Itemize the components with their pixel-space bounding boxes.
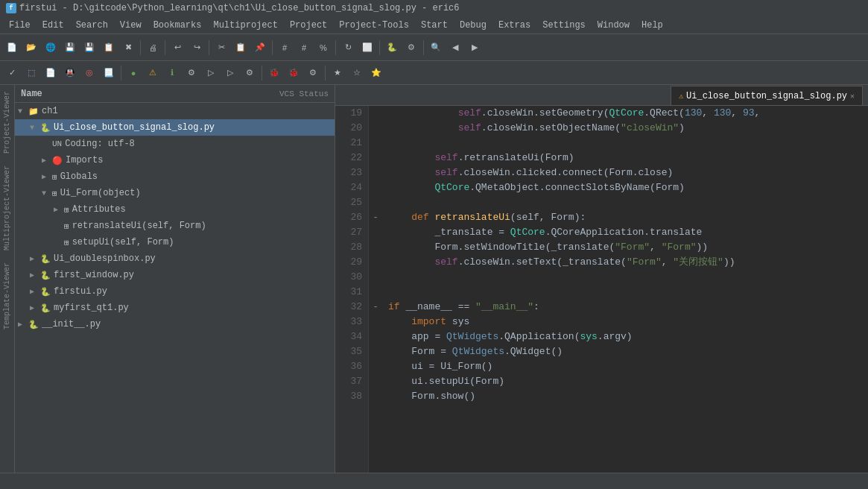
tree-item[interactable]: ▶🐍__init__.py [15,316,335,332]
run-button[interactable]: ● [124,64,142,82]
debug-button[interactable]: 🐞 [265,64,283,82]
save-button[interactable]: 💾 [61,39,79,57]
menu-settings[interactable]: Settings [536,19,592,32]
close-button[interactable]: ✖ [119,39,137,57]
tree-item[interactable]: UNCoding: utf-8 [15,136,335,152]
menu-project[interactable]: Project [284,19,333,32]
menu-extras[interactable]: Extras [492,19,536,32]
run3-button[interactable]: ▷ [221,64,239,82]
find-file-button[interactable]: # [295,39,313,57]
cut-button[interactable]: ✂ [212,39,230,57]
open-button[interactable]: 📂 [22,39,40,57]
editor-content[interactable]: 1920212223242526272829303132333435363738… [335,106,868,473]
debug3-button[interactable]: ⚙ [304,64,322,82]
search2-button[interactable]: 🔍 [427,39,445,57]
ui-button[interactable]: ⬚ [22,64,40,82]
line-number: 19 [335,106,362,121]
menu-view[interactable]: View [114,19,148,32]
sep5 [335,40,336,55]
gutter-cell [369,374,382,389]
tree-item[interactable]: ⊞setupUi(self, Form) [15,234,335,250]
gutter-cell [369,136,382,151]
menu-file[interactable]: File [3,19,37,32]
menu-start[interactable]: Start [415,19,454,32]
save-all-button[interactable]: 📋 [100,39,118,57]
menu-search[interactable]: Search [70,19,114,32]
tree-item-label: first_window.py [54,270,332,280]
tree-item-label: Attributes [72,204,332,215]
run2-button[interactable]: ▷ [202,64,220,82]
menu-bookmarks[interactable]: Bookmarks [148,19,208,32]
transit-button[interactable]: 🚇 [61,64,79,82]
tree-item[interactable]: ▼🐍Ui_close_button_signal_slog.py [15,119,335,136]
code-segment: ui.setupUi(Form) [388,376,504,387]
file2-button[interactable]: 📃 [100,64,118,82]
stop-button[interactable]: ⬜ [358,39,376,57]
tree-item[interactable]: ▶🔴Imports [15,152,335,168]
menu-project-tools[interactable]: Project-Tools [333,19,415,32]
print-button[interactable]: 🖨 [144,39,162,57]
menu-window[interactable]: Window [592,19,636,32]
next-button[interactable]: ▶ [466,39,484,57]
debug2-button[interactable]: 🐞 [285,64,302,82]
code-segment: QtCore [510,227,545,238]
undo-button[interactable]: ↩ [168,39,186,57]
python-button[interactable]: 🐍 [383,39,401,57]
code-segment: def [411,212,434,223]
refresh-button[interactable]: ↻ [339,39,357,57]
redo-button[interactable]: ↪ [188,39,206,57]
code-segment: _translate [434,227,492,238]
tab-file[interactable]: ⚠ Ui_close_button_signal_slog.py ✕ [671,86,863,105]
open-remote-button[interactable]: 🌐 [42,39,60,57]
tree-item[interactable]: ▶🐍myfirst_qt1.py [15,300,335,316]
line-number: 35 [335,344,362,359]
code-segment: "closeWin" [621,122,679,133]
gutter-cell [369,285,382,300]
bookmark2-btn[interactable]: ☆ [348,64,366,82]
tree-item[interactable]: ▼⊞Ui_Form(object) [15,185,335,201]
tree-arrow: ▶ [54,205,63,214]
tree-item-label: myfirst_qt1.py [54,303,332,313]
menu-edit[interactable]: Edit [37,19,70,32]
tree-item[interactable]: ▶🐍Ui_doublespinbox.py [15,250,335,267]
code-segment: QtCore [434,182,469,193]
new-button[interactable]: 📄 [3,39,21,57]
save-as-button[interactable]: 💾 [80,39,98,57]
paste-button[interactable]: 📌 [251,39,269,57]
check-button[interactable]: ✓ [3,64,21,82]
tab-close-button[interactable]: ✕ [850,92,855,101]
prev-button[interactable]: ◀ [446,39,464,57]
tree-item[interactable]: ▶🐍first_window.py [15,267,335,283]
multiproject-viewer-label[interactable]: Multiproject-Viewer [1,160,13,256]
gutter-cell [369,255,382,270]
tree-item[interactable]: ⊞retranslateUi(self, Form) [15,218,335,234]
info-button[interactable]: ℹ [163,64,181,82]
menu-multiproject[interactable]: Multiproject [207,19,283,32]
code-area[interactable]: self.closeWin.setGeometry(QtCore.QRect(1… [382,106,868,473]
line-numbers: 1920212223242526272829303132333435363738 [335,106,369,473]
line-number: 38 [335,389,362,404]
tools-button[interactable]: ⚙ [402,39,420,57]
menu-help[interactable]: Help [636,19,669,32]
code-segment: .QWidget() [504,346,563,357]
code-line: ui.setupUi(Form) [388,374,868,389]
cfg2-button[interactable]: ⚙ [241,64,259,82]
template-viewer-label[interactable]: Template-Viewer [1,256,13,335]
cfg-button[interactable]: ⚙ [183,64,200,82]
project-viewer-label[interactable]: Project-Viewer [1,85,13,160]
tree-item[interactable]: ▼📁ch1 [15,103,335,119]
copy-button[interactable]: 📋 [232,39,250,57]
find-button[interactable]: # [276,39,294,57]
copilot-button[interactable]: ◎ [80,64,98,82]
bookmark3-btn[interactable]: ⭐ [367,64,385,82]
tree-item[interactable]: ▶⊞Attributes [15,201,335,218]
tree-item[interactable]: ▶🐍firstui.py [15,283,335,300]
replace-button[interactable]: % [314,39,332,57]
bookmark-btn[interactable]: ★ [329,64,346,82]
menu-debug[interactable]: Debug [454,19,492,32]
tree-item[interactable]: ▶⊞Globals [15,168,335,185]
tree-arrow: ▼ [30,124,39,132]
warn-button[interactable]: ⚠ [144,64,162,82]
resource-button[interactable]: 📄 [42,64,60,82]
code-segment: .closeWin.clicked.connect(Form.close) [458,167,674,178]
